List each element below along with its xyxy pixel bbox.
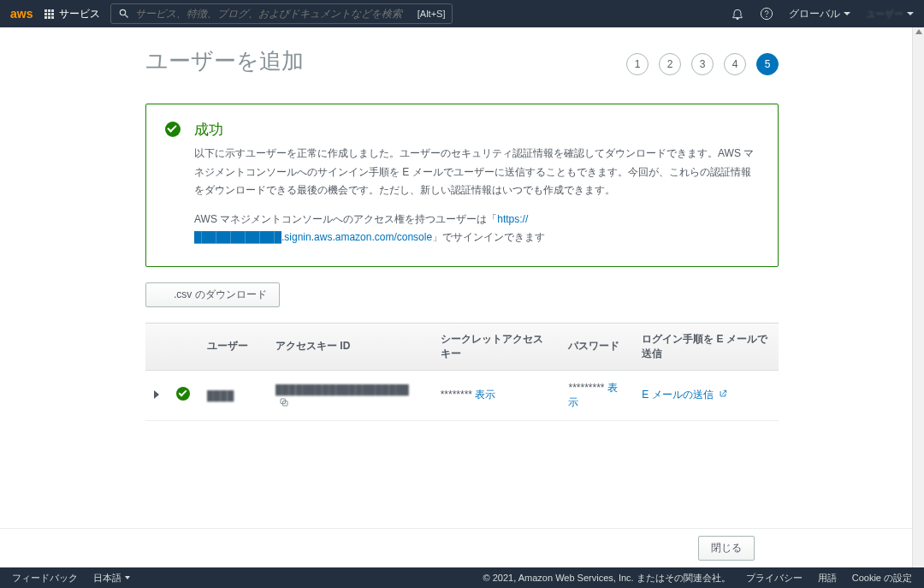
search-input-wrap[interactable]: [Alt+S] xyxy=(110,3,453,24)
password-mask: ********* xyxy=(568,382,604,394)
scrollbar[interactable] xyxy=(912,27,924,490)
svg-point-0 xyxy=(761,8,772,19)
bell-icon[interactable] xyxy=(731,7,744,21)
step-2[interactable]: 2 xyxy=(659,53,681,75)
access-key-id: ████████████████████ xyxy=(275,384,409,395)
copy-icon[interactable] xyxy=(279,397,289,407)
alert-body-1: 以下に示すユーザーを正常に作成しました。ユーザーのセキュリティ認証情報を確認して… xyxy=(194,145,759,200)
search-shortcut: [Alt+S] xyxy=(418,9,446,19)
alert-title: 成功 xyxy=(194,120,759,140)
external-link-icon xyxy=(719,389,727,398)
col-access-key: アクセスキー ID xyxy=(267,323,432,370)
step-3[interactable]: 3 xyxy=(691,53,714,75)
alert-body-2: AWS マネジメントコンソールへのアクセス権を持つユーザーは「https://█… xyxy=(194,211,759,247)
step-1[interactable]: 1 xyxy=(626,53,649,75)
success-alert: 成功 以下に示すユーザーを正常に作成しました。ユーザーのセキュリティ認証情報を確… xyxy=(145,104,779,267)
svg-point-1 xyxy=(767,16,767,17)
download-csv-button[interactable]: .csv のダウンロード xyxy=(145,282,280,307)
secret-mask: ******** xyxy=(441,389,472,401)
table-row: ████ ████████████████████ ******** 表示 **… xyxy=(145,370,779,420)
col-user: ユーザー xyxy=(198,323,267,370)
row-status-icon xyxy=(176,387,190,401)
wizard-steps: 1 2 3 4 5 xyxy=(626,53,779,75)
top-nav: aws サービス [Alt+S] グローバル ユーザー xyxy=(0,0,924,27)
page-title: ユーザーを追加 xyxy=(145,46,304,76)
step-4[interactable]: 4 xyxy=(724,53,746,75)
search-icon xyxy=(118,8,130,20)
col-email: ログイン手順を E メールで送信 xyxy=(633,323,779,370)
services-menu[interactable]: サービス xyxy=(44,7,110,21)
user-name: ████ xyxy=(207,390,234,401)
users-table: ユーザー アクセスキー ID シークレットアクセスキー パスワード ログイン手順… xyxy=(145,323,779,421)
send-email-link[interactable]: E メールの送信 xyxy=(642,389,727,401)
download-icon xyxy=(158,289,169,300)
col-secret: シークレットアクセスキー xyxy=(432,323,560,370)
show-secret-link[interactable]: 表示 xyxy=(475,389,495,401)
account-dropdown[interactable]: ユーザー xyxy=(866,8,914,21)
expand-row-icon[interactable] xyxy=(154,390,159,399)
main-content: ユーザーを追加 1 2 3 4 5 成功 以下に示すユーザーを正常に作成しました… xyxy=(145,27,779,490)
col-password: パスワード xyxy=(560,323,633,370)
help-icon[interactable] xyxy=(760,7,773,21)
step-5[interactable]: 5 xyxy=(756,53,779,75)
aws-logo[interactable]: aws xyxy=(10,7,33,21)
search-input[interactable] xyxy=(135,8,417,20)
region-dropdown[interactable]: グローバル xyxy=(789,7,850,21)
check-circle-icon xyxy=(165,122,181,137)
